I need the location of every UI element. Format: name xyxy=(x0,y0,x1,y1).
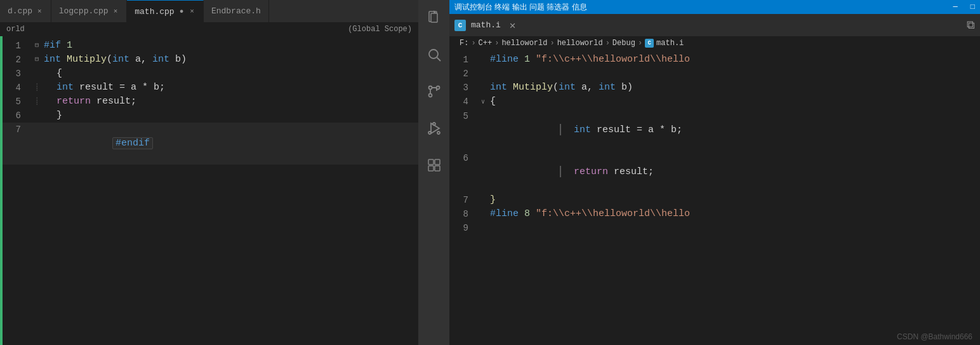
breadcrumb-part: helloworld xyxy=(557,39,603,48)
search-icon[interactable] xyxy=(421,42,447,67)
code-line: 4 ∨ { xyxy=(449,95,980,109)
right-code-area: 1 #line 1 "f:\\c++\\helloworld\\hello 2 … xyxy=(449,50,980,345)
line-gutter[interactable]: ⊟ xyxy=(31,39,43,53)
line-content: { xyxy=(490,95,980,109)
right-breadcrumb: F: › C++ › helloworld › helloworld › Deb… xyxy=(449,36,980,50)
right-editor-panel: 调试控制台 终端 输出 问题 筛选器 信息 — □ C math.i ✕ ⧉ F… xyxy=(449,0,980,345)
line-content: int Mutiply(int a, int b) xyxy=(490,81,980,95)
collapse-icon[interactable]: ⊟ xyxy=(35,39,39,53)
code-line: 8 #line 8 "f:\\c++\\helloworld\\hello xyxy=(449,207,980,221)
line-number: 2 xyxy=(449,67,481,81)
close-icon[interactable]: × xyxy=(189,7,195,16)
collapse-icon[interactable]: ∨ xyxy=(481,98,485,105)
tab-d-cpp[interactable]: d.cpp × xyxy=(0,0,51,22)
line-number: 7 xyxy=(449,193,481,207)
close-icon[interactable]: ● xyxy=(178,7,185,16)
collapse-icon[interactable]: ⊟ xyxy=(35,53,39,67)
top-toolbar: 调试控制台 终端 输出 问题 筛选器 信息 — □ xyxy=(449,0,980,14)
source-control-icon[interactable] xyxy=(421,79,447,104)
svg-rect-12 xyxy=(435,159,440,165)
left-tab-bar: d.cpp × logcpp.cpp × math.cpp ● × Endbra… xyxy=(0,0,418,22)
code-line: 2 xyxy=(449,67,980,81)
code-line: 1 #line 1 "f:\\c++\\helloworld\\hello xyxy=(449,53,980,67)
right-tab-title: math.i xyxy=(471,20,501,30)
line-number: 6 xyxy=(3,109,31,123)
breadcrumb-scope: (Global Scope) xyxy=(348,25,412,34)
line-gutter: ┊ xyxy=(31,81,43,95)
tab-label: d.cpp xyxy=(8,6,32,16)
line-number: 1 xyxy=(449,53,481,67)
toolbar-action[interactable]: — xyxy=(953,3,958,11)
line-number: 4 xyxy=(3,81,31,95)
close-icon[interactable]: × xyxy=(112,7,119,16)
left-editor-panel: d.cpp × logcpp.cpp × math.cpp ● × Endbra… xyxy=(0,0,419,345)
right-code-lines: 1 #line 1 "f:\\c++\\helloworld\\hello 2 … xyxy=(449,50,980,238)
line-number: 1 xyxy=(3,39,31,53)
code-line: 7 #endif xyxy=(3,123,418,165)
line-number: 6 xyxy=(449,151,481,165)
tab-label: Endbrace.h xyxy=(211,6,261,16)
code-line: 1 ⊟ #if 1 xyxy=(3,39,418,53)
line-content: } xyxy=(43,109,418,123)
code-line: 5 ┊ return result; xyxy=(3,95,418,109)
code-line: 5 int result = a * b; xyxy=(449,109,980,151)
tab-logcpp-cpp[interactable]: logcpp.cpp × xyxy=(51,0,128,22)
breadcrumb-part: math.i xyxy=(656,39,684,48)
line-content: return result; xyxy=(490,151,980,193)
code-line: 2 ⊟ int Mutiply(int a, int b) xyxy=(3,53,418,67)
endif-box: #endif xyxy=(112,137,153,149)
line-content: #line 1 "f:\\c++\\helloworld\\hello xyxy=(490,53,980,67)
close-icon[interactable]: × xyxy=(36,7,43,16)
line-content: return result; xyxy=(43,95,418,109)
line-number: 7 xyxy=(3,123,31,137)
line-content: int Mutiply(int a, int b) xyxy=(43,53,418,67)
line-gutter[interactable]: ⊟ xyxy=(31,53,43,67)
breadcrumb-part: helloworld xyxy=(501,39,547,48)
line-content: } xyxy=(490,193,980,207)
breadcrumb-part: C++ xyxy=(479,39,493,48)
run-debug-icon[interactable] xyxy=(421,116,447,141)
left-breadcrumb: orld (Global Scope) xyxy=(0,22,418,36)
files-icon[interactable] xyxy=(421,5,447,30)
close-button[interactable]: ✕ xyxy=(510,19,516,32)
line-number: 3 xyxy=(449,81,481,95)
svg-rect-1 xyxy=(431,13,437,22)
line-number: 5 xyxy=(3,95,31,109)
code-lines: 1 ⊟ #if 1 2 ⊟ int Mutiply(int a, int b) xyxy=(3,36,418,345)
extensions-icon[interactable] xyxy=(421,152,447,178)
code-line: 4 ┊ int result = a * b; xyxy=(3,81,418,95)
line-content: #endif xyxy=(43,123,418,165)
line-number: 8 xyxy=(449,207,481,221)
c-file-icon: C xyxy=(454,20,466,31)
code-line: 3 { xyxy=(3,67,418,81)
code-line: 6 } xyxy=(3,109,418,123)
code-line: 6 return result; xyxy=(449,151,980,193)
line-gutter[interactable]: ∨ xyxy=(481,95,490,109)
code-line: 9 xyxy=(449,221,980,235)
tab-math-cpp[interactable]: math.cpp ● × xyxy=(127,0,204,22)
line-number: 3 xyxy=(3,67,31,81)
tab-label: math.cpp xyxy=(135,7,174,17)
line-number: 4 xyxy=(449,95,481,109)
svg-point-8 xyxy=(428,132,431,134)
tab-label: logcpp.cpp xyxy=(59,6,109,16)
right-tab-bar: C math.i ✕ ⧉ xyxy=(449,14,980,36)
breadcrumb-part: F: xyxy=(460,39,468,48)
tab-endbrace-h[interactable]: Endbrace.h xyxy=(204,0,269,22)
toolbar-action[interactable]: □ xyxy=(970,3,975,11)
split-editor-icon[interactable]: ⧉ xyxy=(967,19,975,32)
code-line: 3 int Mutiply(int a, int b) xyxy=(449,81,980,95)
svg-point-10 xyxy=(433,123,435,125)
line-content: { xyxy=(43,67,418,81)
svg-point-2 xyxy=(429,50,438,58)
svg-rect-13 xyxy=(428,166,434,171)
line-number: 9 xyxy=(449,221,481,235)
svg-rect-14 xyxy=(435,166,440,171)
breadcrumb-path: orld xyxy=(6,25,25,34)
line-content: #if 1 xyxy=(43,39,418,53)
svg-point-4 xyxy=(429,86,432,90)
c-icon: C xyxy=(645,39,654,48)
line-number: 2 xyxy=(3,53,31,67)
line-number: 5 xyxy=(449,109,481,123)
breadcrumb-part: Debug xyxy=(612,39,635,48)
